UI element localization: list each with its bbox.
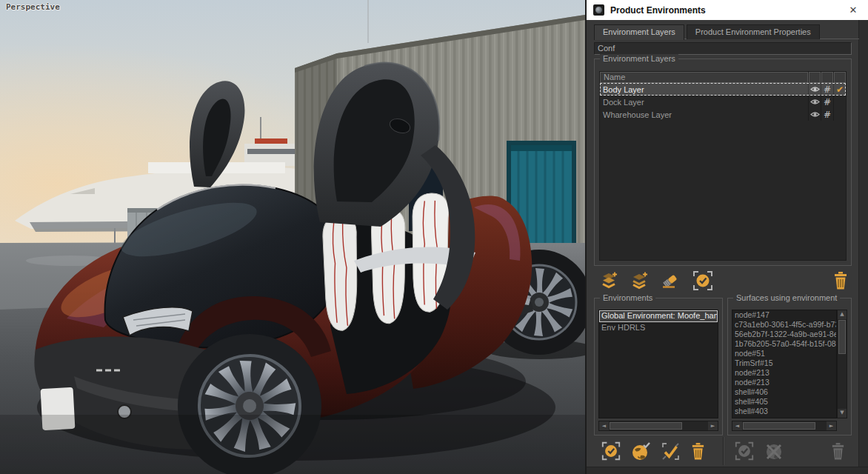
group-title: Surfaces using environment: [733, 293, 840, 302]
remove-environment-disabled-icon[interactable]: [764, 441, 784, 461]
visibility-column-header[interactable]: [809, 72, 821, 83]
surface-item[interactable]: node#213: [732, 368, 836, 378]
environments-hscrollbar[interactable]: ◄ ►: [598, 421, 718, 431]
tab-product-environment-properties[interactable]: Product Environment Properties: [687, 24, 820, 39]
hash-icon[interactable]: #: [821, 96, 833, 108]
check-column-header[interactable]: [834, 72, 846, 83]
scroll-up-icon[interactable]: ▲: [838, 310, 847, 319]
visibility-eye-icon[interactable]: [808, 96, 821, 108]
active-check-icon[interactable]: ✔: [833, 83, 846, 96]
surface-item[interactable]: node#213: [732, 378, 836, 387]
environment-layers-group: Environment Layers Name Body Layer # ✔: [594, 59, 852, 266]
surface-item[interactable]: shell#403: [732, 407, 836, 416]
add-layer-icon[interactable]: [599, 271, 618, 290]
scroll-left-icon[interactable]: ◄: [599, 421, 609, 430]
environments-toolbar: [594, 438, 723, 464]
assign-selection-icon[interactable]: [692, 270, 714, 292]
visibility-eye-icon[interactable]: [808, 108, 821, 121]
hscroll-thumb[interactable]: [743, 422, 815, 430]
render-viewport[interactable]: Perspective: [0, 0, 585, 474]
layers-toolbar: [594, 267, 852, 294]
product-environments-panel: Product Environments ✕ Environment Layer…: [585, 0, 868, 474]
visibility-eye-icon[interactable]: [808, 83, 821, 96]
surface-item[interactable]: shell#405: [732, 397, 836, 407]
hscroll-thumb[interactable]: [610, 422, 682, 430]
panel-titlebar[interactable]: Product Environments ✕: [587, 0, 868, 20]
surface-item[interactable]: shell#402: [732, 416, 836, 418]
conf-input[interactable]: Conf: [594, 42, 852, 55]
assign-selection-disabled-icon[interactable]: [734, 441, 755, 461]
panel-title: Product Environments: [610, 5, 839, 16]
vignette: [0, 415, 585, 474]
set-global-environment-icon[interactable]: [631, 441, 651, 461]
environments-list: Global Environment: Moofe_hangar_20 Env …: [598, 310, 718, 418]
delete-environment-icon[interactable]: [690, 442, 706, 461]
assign-selection-icon[interactable]: [601, 441, 621, 461]
group-title: Environment Layers: [600, 54, 678, 63]
tab-environment-layers[interactable]: Environment Layers: [594, 24, 684, 40]
layers-table: Name Body Layer # ✔ Dock Layer: [599, 71, 847, 261]
product-environments-icon: [593, 4, 604, 16]
delete-disabled-icon[interactable]: [830, 442, 846, 461]
surfaces-list: node#147 c73a1eb0-3061-4f5c-a99f-b733c92…: [732, 310, 837, 418]
surface-item[interactable]: TrimSrf#15: [732, 358, 836, 368]
panel-tabs: Environment Layers Product Environment P…: [594, 24, 859, 39]
check-cell-empty[interactable]: [833, 96, 846, 108]
application-window: Perspective Product Environments ✕ Envir…: [0, 0, 868, 474]
scroll-down-icon[interactable]: ▼: [838, 409, 847, 418]
check-cell-empty[interactable]: [833, 108, 846, 121]
panel-edge: [858, 20, 868, 474]
surface-item[interactable]: node#51: [732, 349, 836, 358]
delete-layer-icon[interactable]: [832, 271, 849, 290]
add-child-layer-icon[interactable]: [630, 271, 649, 290]
environments-group: Environments Global Environment: Moofe_h…: [594, 298, 723, 435]
surface-item[interactable]: 56eb2b7f-1322-4a9b-ae91-8eeda494: [732, 330, 836, 339]
scroll-left-icon[interactable]: ◄: [732, 421, 742, 430]
viewport-render: [0, 0, 585, 474]
viewport-title[interactable]: Perspective: [6, 2, 60, 12]
toolbar-divider: [723, 437, 724, 465]
vscroll-thumb[interactable]: [838, 320, 846, 354]
apply-check-icon[interactable]: [661, 441, 681, 461]
surfaces-group: Surfaces using environment node#147 c73a…: [727, 298, 852, 435]
group-title: Environments: [600, 293, 655, 302]
hash-column-header[interactable]: [821, 72, 833, 83]
hash-icon[interactable]: #: [821, 83, 833, 96]
environment-item-hdrls[interactable]: Env HDRLS: [599, 322, 718, 334]
surface-item[interactable]: 1b76b205-57a0-454f-b15f-088169e6: [732, 339, 836, 349]
layer-row-body[interactable]: Body Layer # ✔: [600, 83, 846, 96]
erase-layer-icon[interactable]: [660, 271, 681, 290]
panel-edge-bottom: [587, 467, 868, 474]
environment-item-global[interactable]: Global Environment: Moofe_hangar_20: [599, 310, 718, 322]
surfaces-hscrollbar[interactable]: ◄ ►: [732, 421, 837, 431]
scroll-right-icon[interactable]: ►: [827, 421, 836, 430]
surfaces-vscrollbar[interactable]: ▲ ▼: [837, 310, 847, 418]
layer-row-dock[interactable]: Dock Layer #: [600, 96, 846, 108]
close-icon[interactable]: ✕: [845, 4, 861, 16]
surface-item[interactable]: node#147: [732, 310, 836, 320]
scroll-right-icon[interactable]: ►: [708, 421, 718, 430]
layers-table-header: Name: [600, 72, 846, 83]
layer-row-wharehouse[interactable]: Wharehouse Layer #: [600, 108, 846, 121]
name-column-header[interactable]: Name: [600, 72, 808, 83]
surface-item[interactable]: shell#406: [732, 387, 836, 397]
hash-icon[interactable]: #: [821, 108, 833, 121]
surfaces-toolbar: [727, 438, 852, 464]
surface-item[interactable]: c73a1eb0-3061-4f5c-a99f-b733c922: [732, 320, 836, 330]
